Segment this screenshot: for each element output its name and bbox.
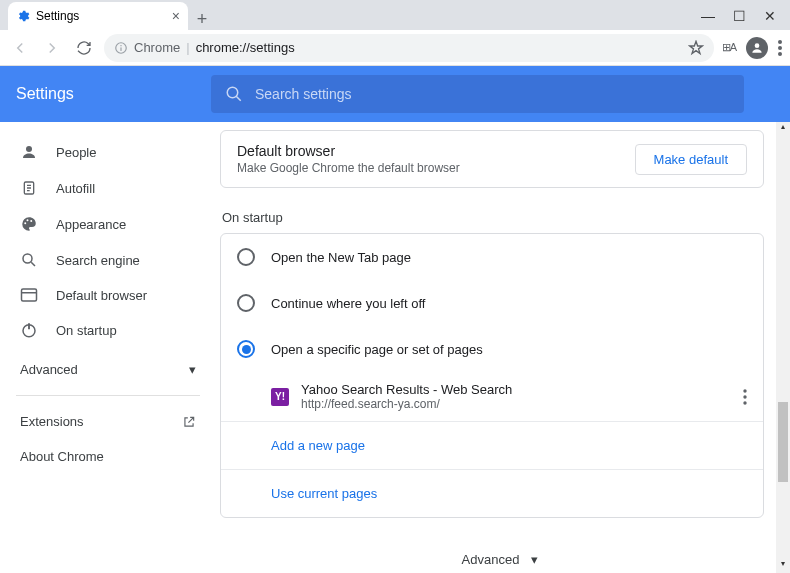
startup-option-newtab[interactable]: Open the New Tab page	[221, 234, 763, 280]
svg-point-7	[227, 87, 238, 98]
settings-page: People Autofill Appearance Search engine…	[0, 122, 790, 573]
scroll-down-icon[interactable]: ▾	[776, 559, 790, 573]
sidebar-item-people[interactable]: People	[0, 134, 216, 170]
svg-point-12	[30, 220, 32, 222]
favicon-yahoo-icon: Y!	[271, 388, 289, 406]
clipboard-icon	[20, 179, 38, 197]
browser-icon	[20, 287, 38, 303]
power-icon	[20, 321, 38, 339]
open-external-icon	[182, 415, 196, 429]
search-placeholder: Search settings	[255, 86, 352, 102]
svg-point-4	[778, 40, 782, 44]
minimize-button[interactable]: —	[701, 8, 715, 24]
advanced-footer[interactable]: Advanced ▾	[216, 518, 784, 573]
radio-icon	[237, 294, 255, 312]
startup-section-title: On startup	[222, 210, 784, 225]
default-browser-subtitle: Make Google Chrome the default browser	[237, 161, 460, 175]
svg-point-16	[743, 389, 746, 392]
profile-avatar[interactable]	[746, 37, 768, 59]
startup-option-specific[interactable]: Open a specific page or set of pages	[221, 326, 763, 372]
startup-page-row: Y! Yahoo Search Results - Web Search htt…	[221, 372, 763, 421]
sidebar-advanced[interactable]: Advanced▾	[0, 352, 216, 387]
make-default-button[interactable]: Make default	[635, 144, 747, 175]
forward-button[interactable]	[40, 36, 64, 60]
browser-tab[interactable]: Settings ×	[8, 2, 188, 30]
new-tab-button[interactable]: +	[188, 9, 216, 30]
sidebar-item-default-browser[interactable]: Default browser	[0, 278, 216, 312]
search-settings-input[interactable]: Search settings	[211, 75, 744, 113]
main-content: Default browser Make Google Chrome the d…	[216, 122, 790, 573]
tab-title: Settings	[36, 9, 79, 23]
omnibox-url: chrome://settings	[196, 40, 295, 55]
back-button[interactable]	[8, 36, 32, 60]
toolbar-right: ⊞A	[722, 37, 782, 59]
svg-rect-14	[22, 289, 37, 301]
svg-point-6	[778, 52, 782, 56]
sidebar: People Autofill Appearance Search engine…	[0, 122, 216, 573]
search-icon	[20, 251, 38, 269]
search-icon	[225, 85, 243, 103]
gear-icon	[16, 9, 30, 23]
startup-page-url: http://feed.search-ya.com/	[301, 397, 512, 411]
omnibox[interactable]: Chrome | chrome://settings	[104, 34, 714, 62]
settings-header: Settings Search settings	[0, 66, 790, 122]
close-window-button[interactable]: ✕	[764, 8, 776, 24]
address-bar: Chrome | chrome://settings ⊞A	[0, 30, 790, 66]
default-browser-title: Default browser	[237, 143, 460, 159]
tab-close-icon[interactable]: ×	[172, 8, 180, 24]
person-icon	[20, 143, 38, 161]
sidebar-item-about[interactable]: About Chrome	[0, 439, 216, 474]
kebab-menu-icon[interactable]	[778, 40, 782, 56]
window-controls: — ☐ ✕	[701, 8, 790, 30]
svg-point-3	[755, 43, 760, 48]
svg-point-18	[743, 401, 746, 404]
radio-icon	[237, 248, 255, 266]
sidebar-item-appearance[interactable]: Appearance	[0, 206, 216, 242]
titlebar: Settings × + — ☐ ✕	[0, 0, 790, 30]
maximize-button[interactable]: ☐	[733, 8, 746, 24]
star-icon[interactable]	[688, 40, 704, 56]
default-browser-card: Default browser Make Google Chrome the d…	[220, 130, 764, 188]
page-kebab-menu[interactable]	[743, 389, 747, 405]
scroll-up-icon[interactable]: ▴	[776, 122, 790, 136]
svg-point-10	[24, 222, 26, 224]
scrollbar[interactable]: ▴ ▾	[776, 122, 790, 573]
startup-option-continue[interactable]: Continue where you left off	[221, 280, 763, 326]
translate-icon[interactable]: ⊞A	[722, 41, 736, 54]
chevron-down-icon: ▾	[189, 362, 196, 377]
sidebar-item-search[interactable]: Search engine	[0, 242, 216, 278]
chevron-down-icon: ▾	[531, 552, 538, 567]
radio-selected-icon	[237, 340, 255, 358]
sidebar-item-autofill[interactable]: Autofill	[0, 170, 216, 206]
reload-button[interactable]	[72, 36, 96, 60]
sidebar-item-extensions[interactable]: Extensions	[0, 404, 216, 439]
svg-point-13	[23, 254, 32, 263]
info-icon	[114, 41, 128, 55]
startup-card: Open the New Tab page Continue where you…	[220, 233, 764, 518]
divider	[16, 395, 200, 396]
startup-page-title: Yahoo Search Results - Web Search	[301, 382, 512, 397]
svg-rect-2	[120, 45, 121, 46]
scrollbar-thumb[interactable]	[778, 402, 788, 482]
svg-rect-1	[120, 47, 121, 51]
sidebar-item-startup[interactable]: On startup	[0, 312, 216, 348]
add-new-page-link[interactable]: Add a new page	[221, 422, 763, 469]
svg-point-17	[743, 395, 746, 398]
page-title: Settings	[16, 85, 191, 103]
svg-point-11	[27, 219, 29, 221]
palette-icon	[20, 215, 38, 233]
svg-point-8	[26, 146, 32, 152]
omnibox-prefix: Chrome	[134, 40, 180, 55]
use-current-pages-link[interactable]: Use current pages	[221, 470, 763, 517]
svg-point-5	[778, 46, 782, 50]
